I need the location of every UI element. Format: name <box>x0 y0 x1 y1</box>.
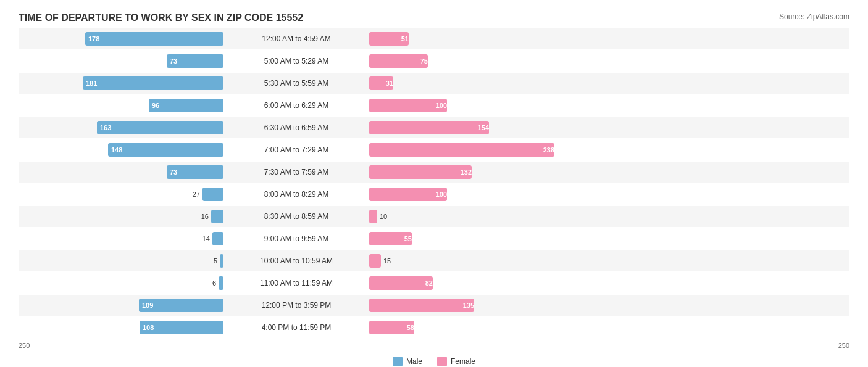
chart-area: 178 12:00 AM to 4:59 AM 51 73 5:00 AM to… <box>19 28 849 338</box>
legend-male: Male <box>393 357 422 366</box>
male-bar: 96 <box>149 99 223 112</box>
axis-left: 250 <box>19 342 30 349</box>
right-section: 51 <box>364 32 574 46</box>
time-label: 5:00 AM to 5:29 AM <box>228 57 364 65</box>
right-section: 100 <box>364 188 574 201</box>
time-label: 5:30 AM to 5:59 AM <box>228 79 364 88</box>
chart-row: 14 9:00 AM to 9:59 AM 55 <box>19 228 849 249</box>
male-bar <box>219 276 223 290</box>
female-bar: 55 <box>369 232 412 245</box>
right-section: 135 <box>364 299 574 312</box>
female-value: 238 <box>540 146 554 154</box>
female-value: 82 <box>422 279 433 287</box>
chart-row: 163 6:30 AM to 6:59 AM 154 <box>19 117 849 138</box>
male-value: 14 <box>202 235 210 242</box>
female-bar: 154 <box>369 121 489 134</box>
chart-row: 27 8:00 AM to 8:29 AM 100 <box>19 184 849 205</box>
female-bar <box>369 254 381 268</box>
legend-female: Female <box>437 357 475 366</box>
chart-row: 6 11:00 AM to 11:59 AM 82 <box>19 273 849 294</box>
time-label: 6:00 AM to 6:29 AM <box>228 101 364 110</box>
female-value: 132 <box>457 168 472 176</box>
male-value: 96 <box>149 102 159 109</box>
right-section: 15 <box>364 254 574 268</box>
right-section: 238 <box>364 143 574 157</box>
male-value: 27 <box>193 191 200 198</box>
male-bar: 178 <box>85 32 223 46</box>
female-value: 51 <box>398 35 409 43</box>
male-bar: 73 <box>167 165 223 179</box>
male-bar: 181 <box>83 76 223 90</box>
female-value: 58 <box>404 324 414 331</box>
right-section: 82 <box>364 276 574 290</box>
female-bar: 51 <box>369 32 409 46</box>
male-value: 108 <box>140 324 154 331</box>
male-bar: 109 <box>139 299 223 312</box>
time-label: 7:30 AM to 7:59 AM <box>228 168 364 176</box>
female-bar: 238 <box>369 143 554 157</box>
female-bar: 100 <box>369 99 447 112</box>
legend-female-box <box>437 357 447 366</box>
time-label: 8:30 AM to 8:59 AM <box>228 212 364 221</box>
legend: Male Female <box>19 357 849 366</box>
male-value: 6 <box>212 279 216 287</box>
left-section: 181 <box>19 76 228 90</box>
right-section: 10 <box>364 210 574 223</box>
male-value: 73 <box>167 168 177 176</box>
time-label: 10:00 AM to 10:59 AM <box>228 257 364 265</box>
male-bar: 108 <box>140 321 223 334</box>
female-value: 15 <box>383 257 391 265</box>
chart-row: 148 7:00 AM to 7:29 AM 238 <box>19 139 849 160</box>
male-bar: 73 <box>167 54 223 68</box>
male-bar: 148 <box>108 143 223 157</box>
female-value: 10 <box>380 213 387 220</box>
chart-row: 109 12:00 PM to 3:59 PM 135 <box>19 295 849 316</box>
right-section: 55 <box>364 232 574 245</box>
left-section: 73 <box>19 54 228 68</box>
time-label: 4:00 PM to 11:59 PM <box>228 323 364 332</box>
right-section: 132 <box>364 165 574 179</box>
source-label: Source: ZipAtlas.com <box>779 12 849 21</box>
male-value: 148 <box>108 146 122 154</box>
left-section: 178 <box>19 32 228 46</box>
female-bar: 58 <box>369 321 414 334</box>
time-label: 12:00 AM to 4:59 AM <box>228 35 364 43</box>
female-value: 100 <box>433 191 447 198</box>
chart-row: 73 7:30 AM to 7:59 AM 132 <box>19 162 849 183</box>
chart-title: TIME OF DEPARTURE TO WORK BY SEX IN ZIP … <box>19 12 303 23</box>
chart-row: 5 10:00 AM to 10:59 AM 15 <box>19 250 849 271</box>
right-section: 31 <box>364 76 574 90</box>
male-value: 163 <box>97 124 111 131</box>
chart-row: 73 5:00 AM to 5:29 AM 75 <box>19 51 849 72</box>
chart-row: 181 5:30 AM to 5:59 AM 31 <box>19 73 849 94</box>
female-value: 100 <box>433 102 447 109</box>
chart-row: 96 6:00 AM to 6:29 AM 100 <box>19 95 849 116</box>
time-label: 7:00 AM to 7:29 AM <box>228 146 364 154</box>
right-section: 58 <box>364 321 574 334</box>
female-bar: 132 <box>369 165 472 179</box>
chart-row: 16 8:30 AM to 8:59 AM 10 <box>19 206 849 227</box>
male-bar <box>212 232 223 245</box>
left-section: 163 <box>19 121 228 134</box>
chart-row: 108 4:00 PM to 11:59 PM 58 <box>19 317 849 338</box>
left-section: 6 <box>19 276 228 290</box>
female-bar <box>369 210 377 223</box>
male-value: 16 <box>201 213 209 220</box>
male-value: 109 <box>139 302 153 309</box>
right-section: 75 <box>364 54 574 68</box>
left-section: 109 <box>19 299 228 312</box>
chart-container: TIME OF DEPARTURE TO WORK BY SEX IN ZIP … <box>19 12 849 366</box>
female-value: 31 <box>383 80 393 87</box>
female-bar: 135 <box>369 299 474 312</box>
legend-male-label: Male <box>406 357 422 366</box>
legend-female-label: Female <box>451 357 475 366</box>
right-section: 100 <box>364 99 574 112</box>
time-label: 8:00 AM to 8:29 AM <box>228 190 364 199</box>
time-label: 11:00 AM to 11:59 AM <box>228 279 364 287</box>
left-section: 5 <box>19 254 228 268</box>
male-value: 5 <box>214 257 217 265</box>
chart-row: 178 12:00 AM to 4:59 AM 51 <box>19 28 849 49</box>
axis-right: 250 <box>838 342 849 349</box>
time-label: 12:00 PM to 3:59 PM <box>228 301 364 310</box>
left-section: 96 <box>19 99 228 112</box>
